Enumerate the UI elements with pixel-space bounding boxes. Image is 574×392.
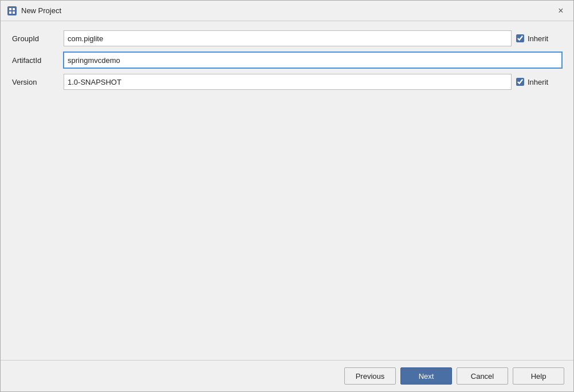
groupid-row: GroupId Inherit [12, 30, 562, 46]
version-row: Version Inherit [12, 74, 562, 90]
groupid-inherit-checkbox[interactable] [516, 34, 524, 42]
next-button[interactable]: Next [400, 367, 452, 385]
dialog-title: New Project [21, 6, 61, 15]
content-spacer [12, 96, 562, 351]
artifactid-row: ArtifactId [12, 52, 562, 68]
dialog-footer: Previous Next Cancel Help [1, 360, 573, 391]
close-button[interactable]: × [555, 5, 567, 17]
version-inherit-container: Inherit [516, 78, 562, 86]
svg-rect-2 [9, 11, 11, 14]
dialog-content: GroupId Inherit ArtifactId Version Inher… [1, 21, 573, 360]
artifactid-input[interactable] [64, 52, 562, 68]
new-project-dialog: New Project × GroupId Inherit ArtifactId… [0, 0, 574, 392]
svg-rect-1 [13, 8, 15, 10]
version-label: Version [12, 78, 64, 86]
title-bar: New Project × [1, 1, 573, 21]
cancel-button[interactable]: Cancel [457, 367, 508, 385]
groupid-inherit-label: Inherit [528, 34, 548, 43]
version-inherit-label: Inherit [528, 78, 548, 86]
artifactid-label: ArtifactId [12, 56, 64, 65]
groupid-input[interactable] [64, 30, 512, 46]
svg-rect-0 [9, 8, 11, 10]
previous-button[interactable]: Previous [344, 367, 396, 385]
version-inherit-checkbox[interactable] [516, 78, 524, 86]
groupid-inherit-container: Inherit [516, 34, 562, 43]
help-button[interactable]: Help [513, 367, 564, 385]
groupid-label: GroupId [12, 34, 64, 43]
version-input[interactable] [64, 74, 512, 90]
svg-rect-3 [13, 11, 15, 14]
dialog-icon [7, 6, 17, 15]
title-bar-left: New Project [7, 6, 61, 15]
